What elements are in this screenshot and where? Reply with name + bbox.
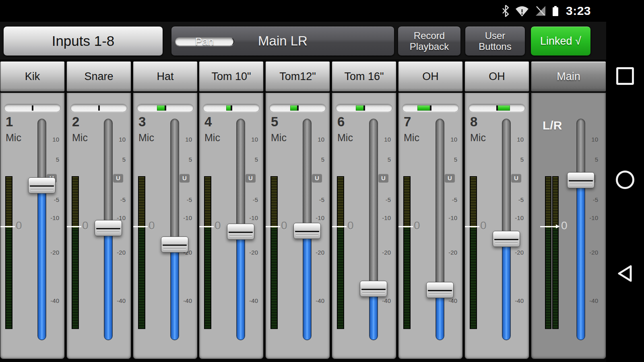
meter-zero-line [332,226,347,227]
channel-strip: Kik 1 Mic 0 105-5-10-20-40 U [0,61,65,359]
pan-slider[interactable] [336,104,392,112]
fader-handle[interactable] [493,231,520,247]
scale-tick-label: -5 [311,196,324,203]
pan-center-tick [496,105,498,111]
pan-slider[interactable] [269,104,326,112]
bus-label: L/R [543,119,562,132]
recents-button[interactable] [616,67,634,85]
pan-amount-fill [356,105,364,111]
pan-slider[interactable] [203,104,260,112]
channel-name-button[interactable]: OH [464,61,529,92]
scale-tick-label: -40 [244,297,258,304]
scale-tick-label: -5 [112,196,126,203]
pan-slider[interactable] [402,104,459,112]
inputs-1-8-button[interactable]: Inputs 1-8 [3,26,163,56]
fader-handle[interactable] [161,237,188,253]
pan-slider[interactable] [4,104,61,112]
channel-name-label: Hat [157,70,173,83]
main-meter-left [545,176,551,329]
scale-tick-label: 5 [311,156,324,163]
pan-button[interactable]: Pan [175,37,234,46]
fader-track[interactable] [502,119,511,340]
channel-number: 5 [271,114,278,130]
fader-handle[interactable] [567,172,594,188]
scale-tick-label: -5 [510,196,524,203]
scale-tick-label: -10 [584,214,598,221]
meter-zero-line [67,226,81,227]
fader-track[interactable] [170,119,179,340]
scale-tick-label: 10 [311,136,324,143]
pan-slider[interactable] [137,104,194,112]
channel-name-button[interactable]: OH [398,61,463,92]
channel-number: 4 [204,114,212,130]
pan-mainlr-group: Pan Main LR [171,26,394,56]
scale-tick-label: -40 [311,297,324,304]
pan-center-tick [98,105,100,111]
channel-number: 8 [470,114,477,130]
fader-handle[interactable] [95,220,122,236]
fader-handle[interactable] [293,223,321,239]
fader-handle[interactable] [360,281,387,297]
main-channel-strip: Main L/R 0 105-5-10-20-40 U [531,61,606,359]
scale-tick-label: -10 [45,214,59,221]
channel-name-button[interactable]: Hat [133,61,198,92]
mixer-app: 3:23 Inputs 1-8 Pan Main LR Record Playb… [0,0,644,362]
pan-slider[interactable] [469,104,525,112]
channel-source-label: Mic [204,132,220,144]
fader-track[interactable] [37,119,46,340]
channel-name-button[interactable]: Tom 10" [199,61,264,92]
home-button[interactable] [616,171,634,189]
pan-center-tick [297,105,299,111]
scale-tick-label: 10 [178,136,192,143]
pan-amount-fill [157,105,165,111]
channel-name-button[interactable]: Tom12" [265,61,330,92]
channel-name-label: OH [489,70,505,83]
channel-source-label: Mic [271,132,287,144]
fader-fill [303,231,311,340]
channel-name-button[interactable]: Kik [0,61,65,92]
fader-track[interactable] [576,119,585,340]
scale-tick-label: -5 [244,196,258,203]
fader-track[interactable] [369,119,378,340]
channel-name-label: Main [557,70,580,83]
pan-center-tick [363,105,365,111]
fader-track[interactable] [436,119,444,340]
scale-tick-label: -10 [377,214,391,221]
unity-badge: U [312,174,322,182]
record-playback-button[interactable]: Record Playback [398,26,461,56]
unity-badge: U [180,174,190,182]
no-signal-icon [535,5,547,17]
meter-zero-line [199,226,214,227]
channel-number: 1 [6,114,13,130]
fader-handle[interactable] [227,224,254,240]
meter-zero-arrow [556,224,560,228]
channel-strip: Snare 2 Mic 0 105-5-10-20-40 U [66,61,131,359]
scale-tick-label: 10 [45,136,59,143]
fader-handle[interactable] [426,282,454,298]
scale-tick-label: -40 [444,297,457,304]
pan-slider[interactable] [70,104,127,112]
scale-tick-label: -20 [444,249,457,256]
scale-tick-label: -20 [584,249,598,256]
channel-source-label: Mic [6,132,21,144]
fader-fill [38,186,46,340]
back-button[interactable] [616,264,634,284]
channel-name-button[interactable]: Snare [66,61,131,92]
level-meter [204,176,211,329]
unity-badge: U [246,174,256,182]
scale-tick-label: -10 [244,214,258,221]
meter-zero-label: 0 [561,219,568,232]
meter-zero-line [465,226,479,227]
meter-zero-line [133,226,148,227]
fader-fill [577,181,585,340]
main-header-button[interactable]: Main [531,61,606,92]
linked-button[interactable]: Linked √ [530,26,591,56]
fader-handle[interactable] [28,177,56,193]
scale-tick-label: 5 [584,156,598,163]
level-meter [5,176,12,329]
user-buttons-button[interactable]: User Buttons [465,26,525,56]
channel-name-button[interactable]: Tom 16" [332,61,396,92]
scale-tick-label: -40 [45,297,59,304]
scale-tick-label: 5 [510,156,524,163]
unity-badge: U [113,174,123,182]
